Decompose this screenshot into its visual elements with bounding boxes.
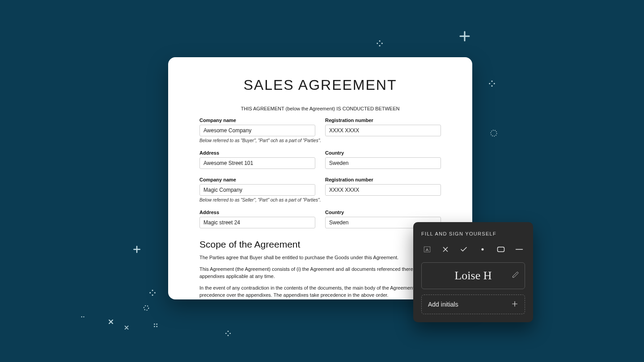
seller-reg-input[interactable] xyxy=(325,184,441,196)
svg-point-19 xyxy=(156,326,157,327)
svg-point-21 xyxy=(229,333,231,334)
panel-title: FILL AND SIGN YOURSELF xyxy=(421,231,525,236)
buyer-reg-input[interactable] xyxy=(325,125,441,136)
svg-point-1 xyxy=(381,43,383,44)
svg-point-2 xyxy=(379,40,381,42)
signature-text: Loise H xyxy=(454,269,491,282)
buyer-note: Below referred to as "Buyer", "Part" och… xyxy=(199,138,441,143)
svg-point-8 xyxy=(491,130,496,136)
svg-point-14 xyxy=(81,316,82,317)
sparkle-icon xyxy=(80,314,86,320)
buyer-address-label: Address xyxy=(199,150,315,156)
svg-point-7 xyxy=(491,85,493,87)
svg-point-0 xyxy=(377,43,378,44)
svg-point-5 xyxy=(494,83,495,84)
svg-point-22 xyxy=(228,331,229,332)
tool-row: A xyxy=(421,244,525,254)
text-tool-icon[interactable]: A xyxy=(422,244,432,254)
sparkle-icon xyxy=(376,39,384,47)
signature-box[interactable]: Loise H xyxy=(421,262,525,289)
buyer-company-label: Company name xyxy=(199,118,315,123)
svg-rect-27 xyxy=(497,247,504,252)
buyer-reg-label: Registration number xyxy=(325,118,441,123)
line-tool-icon[interactable] xyxy=(514,244,524,254)
buyer-country-label: Country xyxy=(325,150,441,156)
document-subtitle: THIS AGREEMENT (below the Agreement) IS … xyxy=(199,106,441,111)
svg-point-11 xyxy=(152,290,153,291)
svg-text:A: A xyxy=(426,248,428,252)
sparkle-icon xyxy=(107,318,114,325)
rect-tool-icon[interactable] xyxy=(496,244,506,254)
seller-company-label: Company name xyxy=(199,177,315,182)
seller-country-label: Country xyxy=(325,210,441,215)
pencil-icon[interactable] xyxy=(512,271,519,280)
svg-point-12 xyxy=(152,295,153,296)
plus-icon xyxy=(511,300,518,309)
svg-point-15 xyxy=(83,316,84,317)
svg-point-23 xyxy=(228,335,229,336)
seller-address-label: Address xyxy=(199,210,315,215)
svg-point-13 xyxy=(144,306,149,311)
svg-point-17 xyxy=(156,324,157,325)
sparkle-icon xyxy=(225,330,232,337)
sparkle-icon xyxy=(123,324,130,331)
seller-company-input[interactable] xyxy=(199,184,315,196)
cross-tool-icon[interactable] xyxy=(441,244,450,254)
sparkle-icon xyxy=(489,129,498,138)
seller-note: Below referred to as "Seller", "Part" oc… xyxy=(199,198,441,202)
buyer-company-input[interactable] xyxy=(199,125,315,136)
scope-p1: The Parties agree that Buyer shall be en… xyxy=(199,254,441,261)
sparkle-icon xyxy=(148,289,157,297)
scope-heading: Scope of the Agreement xyxy=(199,239,441,250)
scope-p2: This Agreement (the Agreement) consists … xyxy=(199,266,441,280)
sparkle-icon xyxy=(459,31,470,42)
dot-tool-icon[interactable] xyxy=(478,244,487,254)
svg-point-4 xyxy=(489,83,490,84)
sparkle-icon xyxy=(142,304,150,312)
buyer-address-input[interactable] xyxy=(199,157,315,169)
scope-p3: In the event of any contradiction in the… xyxy=(199,285,441,299)
sparkle-icon xyxy=(152,322,159,329)
svg-point-6 xyxy=(491,80,493,82)
fill-sign-panel: FILL AND SIGN YOURSELF A Loise H Add ini… xyxy=(413,222,533,322)
svg-point-26 xyxy=(481,248,483,251)
svg-point-9 xyxy=(149,292,151,294)
add-initials-button[interactable]: Add initials xyxy=(421,295,525,314)
sparkle-icon xyxy=(132,245,141,254)
svg-point-16 xyxy=(154,324,155,325)
buyer-country-input[interactable] xyxy=(325,157,441,169)
document-title: SALES AGREEMENT xyxy=(199,77,441,93)
svg-point-20 xyxy=(225,333,227,334)
sparkle-icon xyxy=(488,80,496,88)
svg-point-3 xyxy=(379,45,381,46)
svg-point-18 xyxy=(154,326,155,327)
check-tool-icon[interactable] xyxy=(459,244,469,254)
seller-reg-label: Registration number xyxy=(325,177,441,182)
seller-address-input[interactable] xyxy=(199,217,315,228)
add-initials-label: Add initials xyxy=(428,301,458,308)
svg-point-10 xyxy=(154,292,156,294)
